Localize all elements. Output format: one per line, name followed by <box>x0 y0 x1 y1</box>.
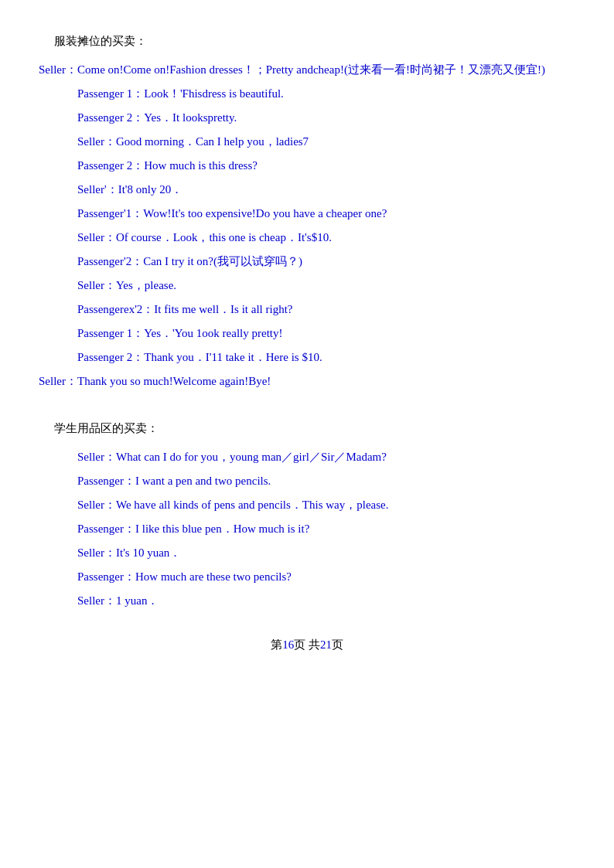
clothing-line-5: Seller'：It'8 only 20． <box>77 179 575 200</box>
clothing-line-4: Passenger 2：How much is this dress? <box>77 155 575 176</box>
clothing-line-3: Seller：Good morning．Can I help you，ladie… <box>77 131 575 152</box>
stationery-line-1: Passenger：I want a pen and two pencils. <box>77 471 575 492</box>
footer-prefix: 第 <box>271 638 282 651</box>
footer-suffix: 页 <box>332 638 343 651</box>
clothing-line-7: Seller：Of course．Look，this one is cheap．… <box>77 227 575 248</box>
clothing-line-6: Passenger'1：Wow!It's too expensive!Do yo… <box>77 203 575 224</box>
clothing-line-1: Passenger 1：Look！'Fhisdress is beautiful… <box>77 83 575 104</box>
footer-middle: 页 共 <box>294 638 320 651</box>
stationery-line-5: Passenger：How much are these two pencils… <box>77 567 575 587</box>
clothing-line-11: Passenger 1：Yes．'You 1ook really pretty! <box>77 323 575 344</box>
clothing-line-0: Seller：Come on!Come on!Fashion dresses！；… <box>39 60 575 80</box>
footer-total-pages: 21 <box>320 638 332 651</box>
clothing-line-13: Seller：Thank you so much!Welcome again!B… <box>39 371 575 392</box>
clothing-section-title: 服装摊位的买卖： <box>54 31 575 52</box>
stationery-line-2: Seller：We have all kinds of pens and pen… <box>77 495 575 516</box>
stationery-line-0: Seller：What can I do for you，young man／g… <box>77 447 575 468</box>
clothing-line-8: Passenger'2：Can I try it on?(我可以试穿吗？) <box>77 251 575 272</box>
clothing-line-12: Passenger 2：Thank you．I'11 take it．Here … <box>77 347 575 368</box>
stationery-line-3: Passenger：I like this blue pen．How much … <box>77 519 575 540</box>
stationery-line-6: Seller：1 yuan． <box>77 591 575 611</box>
stationery-section: 学生用品区的买卖： Seller：What can I do for you，y… <box>39 418 575 611</box>
page-content: 服装摊位的买卖： Seller：Come on!Come on!Fashion … <box>39 31 575 655</box>
clothing-line-10: Passengerex'2：It fits me well．Is it all … <box>77 299 575 320</box>
page-footer: 第16页 共21页 <box>39 635 575 655</box>
stationery-line-4: Seller：It's 10 yuan． <box>77 543 575 563</box>
footer-page-number: 16 <box>282 638 294 651</box>
stationery-section-title: 学生用品区的买卖： <box>54 418 575 439</box>
clothing-section: 服装摊位的买卖： Seller：Come on!Come on!Fashion … <box>39 31 575 392</box>
clothing-line-9: Seller：Yes，please. <box>77 275 575 296</box>
clothing-line-2: Passenger 2：Yes．It lookspretty. <box>77 107 575 128</box>
